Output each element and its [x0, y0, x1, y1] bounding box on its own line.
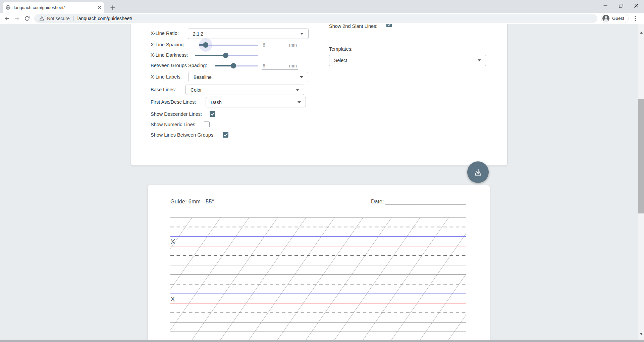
first-asc-desc-value: Dash	[211, 100, 222, 105]
restore-icon[interactable]	[613, 0, 629, 11]
xline-spacing-unit: mm	[289, 42, 297, 48]
xline-ratio-select[interactable]: 2:1:2	[188, 29, 309, 39]
guide-sheet-preview: Guide: 6mm - 55° Date: _________________…	[148, 185, 490, 342]
tab-close-icon[interactable]	[98, 6, 101, 9]
xline-spacing-slider[interactable]	[199, 42, 258, 48]
security-label: Not secure	[47, 16, 70, 21]
url-divider	[73, 16, 74, 21]
first-asc-desc-label: First Asc/Desc Lines:	[151, 99, 196, 105]
show-numeric-label: Show Numeric Lines:	[151, 122, 197, 127]
xline-labels-select[interactable]: Baseline	[189, 72, 308, 82]
between-groups-value-field[interactable]: 6 mm	[262, 63, 298, 70]
xline-spacing-value-field[interactable]: 6 mm	[262, 42, 298, 49]
scroll-up-icon[interactable]	[638, 30, 644, 35]
base-lines-label: Base Lines:	[151, 87, 176, 92]
address-bar[interactable]: Not secure lanquach.com/guidesheet/	[34, 14, 597, 23]
tab-strip: lanquach.com/guidesheet/	[0, 0, 644, 13]
profile-label: Guest	[612, 16, 624, 21]
between-groups-unit: mm	[289, 63, 297, 68]
show-descender-checkbox[interactable]	[210, 111, 215, 117]
chevron-down-icon	[300, 76, 303, 78]
scroll-down-icon[interactable]	[638, 331, 644, 337]
chevron-down-icon	[296, 89, 299, 91]
xline-ratio-label: X-Line Ratio:	[151, 31, 179, 36]
base-lines-select[interactable]: Color	[185, 85, 304, 95]
taskbar-edge-strip	[0, 340, 644, 342]
back-icon[interactable]	[2, 13, 12, 23]
avatar-icon	[602, 14, 610, 22]
xline-labels-label: X-Line Labels:	[151, 74, 182, 80]
show-2nd-slant-label: Show 2nd Slant Lines:	[329, 24, 377, 29]
svg-text:X: X	[170, 295, 175, 303]
first-asc-desc-select[interactable]: Dash	[206, 97, 306, 107]
globe-favicon-icon	[5, 5, 11, 10]
guide-lines-canvas: XXXX	[148, 185, 490, 342]
scrollbar-thumb[interactable]	[638, 99, 644, 213]
browser-menu-icon[interactable]	[631, 14, 640, 23]
browser-toolbar: Not secure lanquach.com/guidesheet/ Gues…	[0, 13, 644, 24]
between-groups-label: Between Groups Spacing:	[151, 63, 207, 68]
browser-tab[interactable]: lanquach.com/guidesheet/	[3, 2, 104, 13]
base-lines-value: Color	[191, 87, 202, 93]
xline-labels-value: Baseline	[194, 75, 212, 80]
forward-icon[interactable]	[12, 13, 22, 23]
xline-spacing-value: 6	[263, 42, 265, 48]
browser-window: lanquach.com/guidesheet/	[0, 0, 644, 342]
new-tab-button[interactable]	[108, 3, 117, 12]
close-icon[interactable]	[629, 0, 644, 11]
xline-darkness-label: X-Line Darkness:	[151, 52, 188, 58]
show-descender-label: Show Descender Lines:	[151, 111, 202, 117]
slider-fill	[195, 55, 226, 56]
profile-button[interactable]: Guest	[601, 14, 629, 23]
slider-thumb[interactable]	[223, 53, 228, 58]
templates-label: Templates:	[329, 46, 353, 52]
xline-spacing-label: X-Line Spacing:	[151, 42, 185, 47]
show-between-checkbox[interactable]	[223, 132, 228, 138]
vertical-scrollbar[interactable]	[638, 24, 644, 342]
show-numeric-checkbox[interactable]	[204, 121, 210, 127]
slider-thumb[interactable]	[203, 42, 208, 48]
show-2nd-slant-checkbox[interactable]	[386, 24, 392, 27]
xline-ratio-value: 2:1:2	[193, 31, 203, 37]
xline-darkness-slider[interactable]	[195, 53, 258, 58]
settings-card: X-Line Ratio: 2:1:2 X-Line Spacing: 6 mm…	[131, 24, 507, 165]
download-icon	[474, 168, 483, 177]
show-between-label: Show Lines Between Groups:	[151, 132, 215, 138]
tab-title: lanquach.com/guidesheet/	[14, 5, 98, 10]
page-content: X-Line Ratio: 2:1:2 X-Line Spacing: 6 mm…	[0, 24, 644, 342]
window-controls	[598, 0, 644, 11]
chevron-down-icon	[298, 101, 301, 103]
slider-thumb[interactable]	[231, 63, 236, 68]
minimize-icon[interactable]	[598, 0, 613, 11]
reload-icon[interactable]	[22, 13, 32, 23]
templates-select[interactable]: Select	[329, 55, 486, 66]
svg-text:X: X	[170, 238, 175, 245]
between-groups-value: 6	[263, 63, 265, 68]
between-groups-slider[interactable]	[215, 63, 258, 68]
templates-value: Select	[334, 58, 347, 63]
download-button[interactable]	[467, 161, 489, 183]
chevron-down-icon	[478, 59, 481, 61]
url-text: lanquach.com/guidesheet/	[77, 16, 132, 21]
not-secure-warning-icon	[39, 16, 45, 21]
chevron-down-icon	[300, 33, 304, 35]
